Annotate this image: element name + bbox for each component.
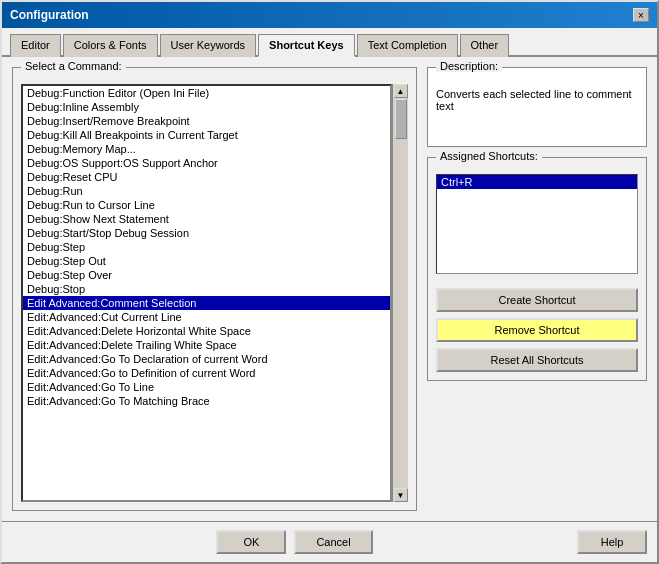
list-item[interactable]: Edit Advanced:Comment Selection bbox=[23, 296, 390, 310]
left-panel: Select a Command: Debug:Function Editor … bbox=[12, 67, 417, 511]
list-item[interactable]: Debug:Kill All Breakpoints in Current Ta… bbox=[23, 128, 390, 142]
configuration-dialog: Configuration × Editor Colors & Fonts Us… bbox=[0, 0, 659, 564]
list-item[interactable]: Debug:Function Editor (Open Ini File) bbox=[23, 86, 390, 100]
list-item[interactable]: Debug:Memory Map... bbox=[23, 142, 390, 156]
command-group-label: Select a Command: bbox=[21, 60, 126, 72]
scroll-track[interactable] bbox=[394, 98, 408, 488]
tab-user-keywords[interactable]: User Keywords bbox=[160, 34, 257, 57]
shortcuts-group-box: Assigned Shortcuts: Ctrl+R Create Shortc… bbox=[427, 157, 647, 381]
list-item[interactable]: Debug:Insert/Remove Breakpoint bbox=[23, 114, 390, 128]
remove-shortcut-button[interactable]: Remove Shortcut bbox=[436, 318, 638, 342]
right-panel: Description: Converts each selected line… bbox=[427, 67, 647, 511]
vertical-scrollbar[interactable]: ▲ ▼ bbox=[392, 84, 408, 502]
close-button[interactable]: × bbox=[633, 8, 649, 22]
tab-editor[interactable]: Editor bbox=[10, 34, 61, 57]
command-group-box: Select a Command: Debug:Function Editor … bbox=[12, 67, 417, 511]
cancel-button[interactable]: Cancel bbox=[294, 530, 372, 554]
list-item[interactable]: Edit:Advanced:Go To Declaration of curre… bbox=[23, 352, 390, 366]
ok-button[interactable]: OK bbox=[216, 530, 286, 554]
help-button[interactable]: Help bbox=[577, 530, 647, 554]
command-list-container: Debug:Function Editor (Open Ini File)Deb… bbox=[21, 84, 408, 502]
list-item[interactable]: Debug:OS Support:OS Support Anchor bbox=[23, 156, 390, 170]
dialog-title: Configuration bbox=[10, 8, 89, 22]
list-item[interactable]: Edit:Advanced:Delete Horizontal White Sp… bbox=[23, 324, 390, 338]
reset-all-shortcuts-button[interactable]: Reset All Shortcuts bbox=[436, 348, 638, 372]
scroll-down-button[interactable]: ▼ bbox=[394, 488, 408, 502]
list-item[interactable]: Edit:Advanced:Go To Matching Brace bbox=[23, 394, 390, 408]
list-item[interactable]: Debug:Step Out bbox=[23, 254, 390, 268]
list-item[interactable]: Edit:Advanced:Go To Line bbox=[23, 380, 390, 394]
list-item[interactable]: Edit:Advanced:Go to Definition of curren… bbox=[23, 366, 390, 380]
shortcut-item[interactable]: Ctrl+R bbox=[437, 175, 637, 189]
list-item[interactable]: Debug:Run bbox=[23, 184, 390, 198]
tab-colors-fonts[interactable]: Colors & Fonts bbox=[63, 34, 158, 57]
list-item[interactable]: Debug:Inline Assembly bbox=[23, 100, 390, 114]
list-item[interactable]: Edit:Advanced:Cut Current Line bbox=[23, 310, 390, 324]
scroll-up-button[interactable]: ▲ bbox=[394, 84, 408, 98]
list-item[interactable]: Debug:Run to Cursor Line bbox=[23, 198, 390, 212]
list-item[interactable]: Debug:Step bbox=[23, 240, 390, 254]
tabs-bar: Editor Colors & Fonts User Keywords Shor… bbox=[2, 28, 657, 57]
shortcuts-list[interactable]: Ctrl+R bbox=[436, 174, 638, 274]
create-shortcut-button[interactable]: Create Shortcut bbox=[436, 288, 638, 312]
main-content: Select a Command: Debug:Function Editor … bbox=[2, 57, 657, 521]
list-item[interactable]: Edit:Advanced:Delete Trailing White Spac… bbox=[23, 338, 390, 352]
description-group-label: Description: bbox=[436, 60, 502, 72]
description-text: Converts each selected line to comment t… bbox=[436, 84, 638, 112]
list-item[interactable]: Debug:Show Next Statement bbox=[23, 212, 390, 226]
tab-other[interactable]: Other bbox=[460, 34, 510, 57]
list-item[interactable]: Debug:Reset CPU bbox=[23, 170, 390, 184]
list-item[interactable]: Debug:Stop bbox=[23, 282, 390, 296]
shortcuts-group-label: Assigned Shortcuts: bbox=[436, 150, 542, 162]
command-list[interactable]: Debug:Function Editor (Open Ini File)Deb… bbox=[22, 85, 391, 501]
description-group-box: Description: Converts each selected line… bbox=[427, 67, 647, 147]
command-list-wrapper[interactable]: Debug:Function Editor (Open Ini File)Deb… bbox=[21, 84, 392, 502]
shortcut-buttons: Create Shortcut Remove Shortcut Reset Al… bbox=[436, 288, 638, 372]
list-item[interactable]: Debug:Start/Stop Debug Session bbox=[23, 226, 390, 240]
bottom-bar: OK Cancel Help bbox=[2, 521, 657, 562]
tab-text-completion[interactable]: Text Completion bbox=[357, 34, 458, 57]
list-item[interactable]: Debug:Step Over bbox=[23, 268, 390, 282]
scroll-thumb[interactable] bbox=[395, 99, 407, 139]
title-bar: Configuration × bbox=[2, 2, 657, 28]
tab-shortcut-keys[interactable]: Shortcut Keys bbox=[258, 34, 355, 57]
